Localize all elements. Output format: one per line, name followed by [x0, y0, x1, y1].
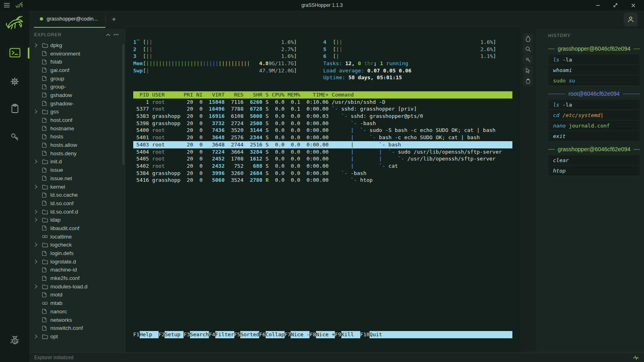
explorer-item-kernel[interactable]: kernel	[34, 183, 125, 191]
key-icon[interactable]	[523, 55, 533, 64]
chevron-right-icon[interactable]	[34, 218, 40, 222]
fkey-F10[interactable]: F10	[360, 331, 369, 338]
explorer-item-logcheck[interactable]: logcheck	[34, 241, 125, 249]
fkey-action-F6[interactable]: Collap	[266, 331, 285, 338]
fkey-action-F8[interactable]: Nice +	[316, 331, 335, 338]
fkey-F4[interactable]: F4	[209, 331, 215, 338]
chevron-right-icon[interactable]	[34, 259, 40, 264]
cursor-icon[interactable]	[523, 66, 533, 75]
explorer-item-libaudit.conf[interactable]: libaudit.conf	[34, 224, 125, 232]
explorer-item-gss[interactable]: gss	[34, 108, 125, 116]
chevron-right-icon[interactable]	[34, 243, 40, 247]
search-icon[interactable]	[523, 45, 533, 54]
history-command[interactable]: cd /etc/systemd|	[548, 110, 640, 120]
process-row-pid-5404[interactable]: 5404 root 20 0 7224 3664 3284 S 0.0 0.0 …	[133, 148, 512, 156]
process-row-pid-5416[interactable]: 5416 grasshopp 20 0 5060 3524 2780 R 0.0…	[133, 177, 512, 184]
explorer-item-mke2fs.conf[interactable]: mke2fs.conf	[34, 274, 125, 282]
explorer-item-hosts.deny[interactable]: hosts.deny	[34, 149, 125, 158]
explorer-item-gai.conf[interactable]: gai.conf	[34, 66, 125, 74]
clipboard-icon[interactable]	[523, 76, 533, 86]
history-command[interactable]: ls -la	[548, 100, 640, 109]
clipboard-icon[interactable]	[0, 99, 29, 118]
fkey-F7[interactable]: F7	[285, 331, 291, 338]
fkey-action-F10[interactable]: Quit	[369, 331, 388, 338]
chevron-right-icon[interactable]	[34, 159, 40, 164]
history-command[interactable]: nano journald.conf	[548, 121, 640, 130]
explorer-item-issue.net[interactable]: issue.net	[34, 174, 125, 183]
explorer-item-gshadow-[interactable]: gshadow-	[34, 99, 125, 108]
session-tab[interactable]: grasshopper@codin...	[34, 10, 105, 28]
explorer-item-ld.so.conf.d[interactable]: ld.so.conf.d	[34, 208, 125, 216]
fkey-action-F2[interactable]: Setup	[165, 331, 184, 338]
key-icon[interactable]	[0, 127, 29, 146]
history-command[interactable]: sudo su	[548, 76, 640, 85]
collapse-panel-icon[interactable]	[104, 31, 112, 39]
minimize-button[interactable]	[594, 2, 601, 9]
explorer-item-hosts[interactable]: hosts	[34, 133, 125, 141]
explorer-item-host.conf[interactable]: host.conf	[34, 116, 125, 124]
fkey-F2[interactable]: F2	[159, 331, 165, 338]
explorer-item-motd[interactable]: motd	[34, 291, 125, 299]
process-row-pid-5398[interactable]: 5398 grasshopp 20 0 3732 2724 2500 S 0.0…	[133, 120, 512, 127]
fkey-action-F1[interactable]: Help	[140, 331, 159, 338]
chevron-right-icon[interactable]	[34, 185, 40, 189]
chevron-right-icon[interactable]	[34, 284, 40, 289]
explorer-item-hosts.allow[interactable]: hosts.allow	[34, 141, 125, 149]
explorer-item-fstab[interactable]: fstab	[34, 58, 125, 66]
process-row-pid-5402[interactable]: 5402 root 20 0 2432 752 688 S 0.0 0.0 0:…	[133, 162, 512, 170]
explorer-item-networks[interactable]: networks	[34, 316, 125, 324]
fkey-action-F7[interactable]: Nice -	[291, 331, 310, 338]
explorer-item-ld.so.conf[interactable]: ld.so.conf	[34, 199, 125, 208]
explorer-item-mtab[interactable]: mtab	[34, 299, 125, 307]
explorer-item-issue[interactable]: issue	[34, 166, 125, 174]
history-command[interactable]: exit	[548, 131, 640, 141]
explorer-item-group-[interactable]: group-	[34, 82, 125, 91]
explorer-item-opt[interactable]: opt	[34, 332, 125, 341]
process-row-pid-1[interactable]: 1 root 20 0 15848 7116 6260 S 0.0 0.1 0:…	[133, 99, 512, 106]
history-command[interactable]: clear	[548, 155, 640, 165]
explorer-item-login.defs[interactable]: login.defs	[34, 249, 125, 257]
explorer-item-machine-id[interactable]: machine-id	[34, 266, 125, 274]
history-command[interactable]: htop	[548, 166, 640, 175]
process-row-pid-5401[interactable]: 5401 root 20 0 3648 2576 2344 S 0.0 0.0 …	[133, 134, 512, 141]
droplet-icon[interactable]	[523, 34, 533, 43]
explorer-item-ldap[interactable]: ldap	[34, 216, 125, 224]
history-command[interactable]: whoami	[548, 65, 640, 75]
new-tab-button[interactable]: +	[106, 10, 122, 28]
fkey-F6[interactable]: F6	[259, 331, 266, 338]
close-button[interactable]	[630, 2, 637, 9]
fkey-action-F5[interactable]: Sorted	[240, 331, 259, 338]
fkey-F5[interactable]: F5	[234, 331, 241, 338]
fkey-F3[interactable]: F3	[184, 331, 190, 338]
explorer-item-init.d[interactable]: init.d	[34, 158, 125, 166]
process-row-pid-5405[interactable]: 5405 root 20 0 2452 1708 1612 S 0.0 0.0 …	[133, 155, 512, 162]
process-row-pid-5384[interactable]: 5384 grasshopp 20 0 3996 3260 2684 S 0.0…	[133, 170, 512, 177]
gear-icon[interactable]	[0, 72, 29, 91]
explorer-item-logrotate.d[interactable]: logrotate.d	[34, 257, 125, 266]
process-row-pid-5403[interactable]: 5403 root 20 0 3648 2744 2516 S 0.0 0.0 …	[133, 141, 512, 148]
explorer-item-ld.so.cache[interactable]: ld.so.cache	[34, 191, 125, 199]
fkey-F8[interactable]: F8	[310, 331, 316, 338]
fkey-F9[interactable]: F9	[335, 331, 341, 338]
explorer-scrollbar[interactable]	[122, 44, 124, 165]
chevron-right-icon[interactable]	[34, 109, 40, 114]
history-command[interactable]: ls -la	[548, 55, 640, 64]
user-account-button[interactable]	[624, 12, 638, 26]
chevron-right-icon[interactable]	[34, 43, 40, 47]
fkey-action-F4[interactable]: Filter	[215, 331, 234, 338]
fkey-action-F9[interactable]: Kill	[341, 331, 360, 338]
explorer-item-localtime[interactable]: localtime	[34, 232, 125, 241]
explorer-item-dpkg[interactable]: dpkg	[34, 41, 125, 49]
bug-icon[interactable]	[0, 330, 29, 350]
explorer-item-nsswitch.conf[interactable]: nsswitch.conf	[34, 324, 125, 332]
explorer-item-modules-load.d[interactable]: modules-load.d	[34, 282, 125, 291]
terminal-icon[interactable]	[0, 43, 29, 62]
explorer-item-gshadow[interactable]: gshadow	[34, 91, 125, 99]
fkey-F1[interactable]: F1	[133, 331, 140, 338]
chevron-right-icon[interactable]	[34, 210, 40, 214]
process-row-pid-5377[interactable]: 5377 root 20 0 16496 7788 6728 S 0.0 0.1…	[133, 105, 512, 113]
more-actions-icon[interactable]	[112, 31, 120, 39]
explorer-item-group[interactable]: group	[34, 74, 125, 83]
maximize-button[interactable]	[612, 2, 619, 9]
process-row-pid-5400[interactable]: 5400 root 20 0 7436 3520 3144 S 0.0 0.0 …	[133, 127, 512, 134]
